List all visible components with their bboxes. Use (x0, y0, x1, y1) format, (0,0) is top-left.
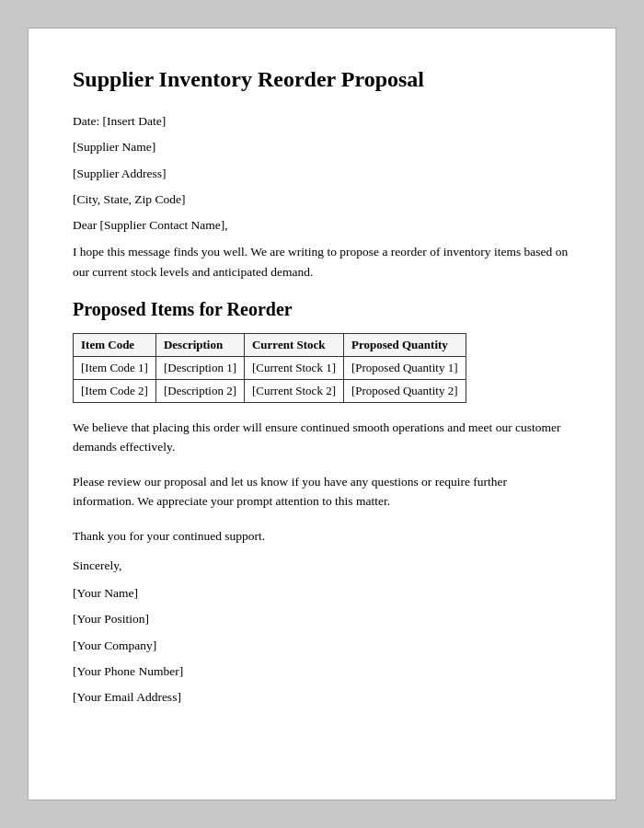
table-cell-1-2: [Current Stock 2] (244, 379, 343, 402)
your-company: [Your Company] (73, 637, 571, 655)
supplier-address-field: [Supplier Address] (73, 165, 571, 183)
your-name: [Your Name] (73, 584, 571, 603)
sincerely: Sincerely, (73, 556, 571, 576)
city-state-zip-field: [City, State, Zip Code] (73, 190, 571, 209)
table-row: [Item Code 1][Description 1][Current Sto… (74, 356, 466, 379)
table-cell-1-3: [Proposed Quantity 2] (343, 379, 466, 402)
section-heading: Proposed Items for Reorder (73, 299, 571, 320)
table-cell-1-1: [Description 2] (155, 379, 244, 402)
col-header-current-stock: Current Stock (244, 333, 343, 356)
document-title: Supplier Inventory Reorder Proposal (73, 65, 571, 94)
table-row: [Item Code 2][Description 2][Current Sto… (74, 379, 466, 402)
supplier-name-field: [Supplier Name] (73, 138, 571, 156)
body-paragraph-1: We believe that placing this order will … (73, 418, 571, 457)
table-cell-0-0: [Item Code 1] (74, 356, 156, 379)
thank-you: Thank you for your continued support. (73, 526, 571, 546)
salutation: Dear [Supplier Contact Name], (73, 216, 571, 235)
your-phone: [Your Phone Number] (73, 662, 571, 681)
intro-paragraph: I hope this message finds you well. We a… (73, 242, 571, 282)
date-field: Date: [Insert Date] (73, 112, 571, 131)
document-container: Supplier Inventory Reorder Proposal Date… (28, 28, 616, 800)
table-cell-0-3: [Proposed Quantity 1] (343, 356, 466, 379)
table-cell-0-1: [Description 1] (155, 356, 244, 379)
col-header-item-code: Item Code (74, 333, 156, 356)
table-header-row: Item Code Description Current Stock Prop… (74, 333, 466, 356)
your-position: [Your Position] (73, 610, 571, 628)
body-paragraph-2: Please review our proposal and let us kn… (73, 472, 571, 512)
your-email: [Your Email Address] (73, 688, 571, 707)
col-header-description: Description (155, 333, 244, 356)
col-header-proposed-quantity: Proposed Quantity (343, 333, 466, 356)
reorder-table: Item Code Description Current Stock Prop… (73, 333, 466, 403)
table-cell-0-2: [Current Stock 1] (244, 356, 343, 379)
table-cell-1-0: [Item Code 2] (74, 379, 156, 402)
